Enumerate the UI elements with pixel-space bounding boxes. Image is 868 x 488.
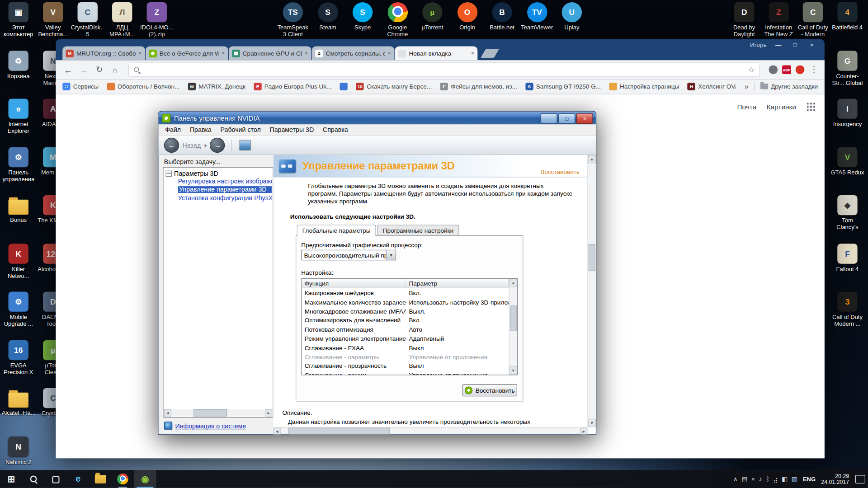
desktop-icon[interactable]: TSTeamSpeak 3 Client xyxy=(276,2,310,38)
tray-app-icon[interactable]: ▤ xyxy=(741,475,747,483)
desktop-icon[interactable]: 16EVGA Precision X 16 xyxy=(2,340,35,375)
window-minimize-button[interactable]: — xyxy=(541,113,557,124)
desktop-icon[interactable]: KKiller Netwo... xyxy=(2,244,35,279)
desktop-icon[interactable]: µµTorrent xyxy=(415,2,449,31)
forward-button[interactable]: → xyxy=(77,65,90,75)
table-row[interactable]: Сглаживание - режимУправление от приложе… xyxy=(302,371,509,375)
tab-close-icon[interactable]: × xyxy=(138,50,142,56)
desktop-icon[interactable]: OOrigin xyxy=(450,2,484,31)
table-row[interactable]: Кэширование шейдеровВкл. xyxy=(302,288,509,297)
desktop-icon[interactable]: SSteam xyxy=(311,2,344,31)
desktop-icon[interactable]: GCounter-Str... Global Offe... xyxy=(830,51,864,86)
gpu-select[interactable]: Высокопроизводительный процессо ▾ xyxy=(301,250,396,260)
desktop-icon[interactable]: FFallout 4 xyxy=(830,244,864,272)
table-row[interactable]: Сглаживание - параметрыУправление от при… xyxy=(302,352,509,361)
tree-expander-icon[interactable] xyxy=(165,170,172,177)
desktop-icon[interactable]: ZInfestation The New Z xyxy=(762,2,795,38)
desktop-icon[interactable]: VValley Benchma... xyxy=(36,2,70,38)
desktop-icon[interactable]: Bonus xyxy=(2,195,35,223)
desktop-icon[interactable]: 4Battlefield 4 xyxy=(830,2,864,31)
tree-item[interactable]: Установка конфигурации PhysX xyxy=(165,193,272,202)
tree-horizontal-scrollbar[interactable]: ◄ ► xyxy=(164,409,272,417)
browser-tab[interactable]: ◉Всё о GeForce для Wind...× xyxy=(146,46,228,60)
bluetooth-icon[interactable]: ᛒ xyxy=(766,476,769,483)
window-maximize-button[interactable]: □ xyxy=(558,113,575,124)
scroll-right-icon[interactable]: ► xyxy=(265,409,272,417)
table-row[interactable]: Максимальное количество заранее под...Ис… xyxy=(302,297,509,306)
adblock-plus-icon[interactable]: ABP xyxy=(782,65,791,74)
browser-tab[interactable]: ▦Сравнение GPU и CPU ...× xyxy=(229,46,311,60)
desktop-icon[interactable]: ♻Корзина xyxy=(2,51,35,79)
menu-item[interactable]: Правка xyxy=(185,127,216,133)
monitor-tray-icon[interactable]: ▥ xyxy=(792,475,797,483)
back-button[interactable]: ← xyxy=(164,138,179,153)
bookmark-item[interactable]: EРадио Europa Plus Uk... xyxy=(254,83,331,90)
desktop-icon[interactable]: SSkype xyxy=(346,2,379,31)
table-row[interactable]: Многокадровое сглаживание (MFAA)Выкл. xyxy=(302,306,509,315)
bookmark-item[interactable]: HХеллсинг OVA / Hells... xyxy=(688,83,736,90)
hidden-icons-chevron-icon[interactable]: ∧ xyxy=(733,475,738,483)
desktop-icon[interactable]: ZIDOL4-MO... (2).zip xyxy=(140,2,174,38)
scrollbar-thumb[interactable] xyxy=(193,409,227,417)
taskbar-edge-button[interactable]: e xyxy=(67,470,89,488)
toolbar-picture-icon[interactable] xyxy=(239,140,251,150)
taskbar-explorer-button[interactable] xyxy=(89,470,111,488)
utorrent-tray-icon[interactable]: × xyxy=(751,476,755,483)
home-button[interactable]: ⌂ xyxy=(108,65,122,75)
scroll-up-icon[interactable]: ▲ xyxy=(588,155,596,164)
history-dropdown-icon[interactable]: ▾ xyxy=(204,142,207,148)
table-row[interactable]: Режим управления электропитаниемАдаптивн… xyxy=(302,334,509,343)
desktop-icon[interactable]: 3Call of Duty Modern ... xyxy=(830,291,864,327)
menu-item[interactable]: Файл xyxy=(160,127,185,133)
tree-item[interactable]: Регулировка настроек изображения с пр xyxy=(165,177,272,185)
content-horizontal-scrollbar[interactable]: ◄ ► xyxy=(274,427,588,434)
bookmark-star-icon[interactable]: ☆ xyxy=(748,66,755,74)
extension-red-icon[interactable] xyxy=(796,65,805,74)
desktop-icon[interactable]: ⚙Mobile Upgrade ... xyxy=(2,291,35,327)
audio-tray-icon[interactable]: ♪ xyxy=(759,476,762,483)
battery-icon[interactable]: ◧ xyxy=(782,475,788,483)
google-apps-icon[interactable] xyxy=(806,102,816,112)
browser-profile-name[interactable]: Игорь xyxy=(750,41,767,48)
tree-root[interactable]: Параметры 3D xyxy=(165,170,272,177)
scroll-down-icon[interactable]: ▼ xyxy=(509,366,517,375)
browser-tab[interactable]: ZСмотреть сериалы, фил...× xyxy=(312,46,395,60)
scrollbar-thumb[interactable] xyxy=(510,305,517,331)
reload-button[interactable]: ↻ xyxy=(93,65,106,75)
bookmark-item[interactable]: Оборотень / Волчон... xyxy=(107,83,179,90)
back-button[interactable]: ← xyxy=(61,65,75,75)
gmail-link[interactable]: Почта xyxy=(737,103,756,111)
browser-tab[interactable]: MMRUTOr.org :: Свободн...× xyxy=(62,46,145,60)
action-center-icon[interactable] xyxy=(855,475,865,483)
window-maximize-button[interactable]: □ xyxy=(787,40,803,50)
system-info-link[interactable]: Информация о системе xyxy=(175,422,246,429)
new-tab-button[interactable] xyxy=(481,49,499,58)
browser-menu-icon[interactable]: ⋮ xyxy=(809,65,819,75)
bookmark-item[interactable]: FФейсы для мемов, из... xyxy=(440,83,517,90)
restore-button[interactable]: Восстановить xyxy=(462,384,517,396)
bookmark-item[interactable]: 10Скачать мангу Берсе... xyxy=(356,83,432,90)
images-link[interactable]: Картинки xyxy=(767,103,796,111)
scroll-down-icon[interactable]: ▼ xyxy=(588,419,596,427)
select-dropdown-icon[interactable]: ▾ xyxy=(386,250,396,260)
scroll-left-icon[interactable]: ◄ xyxy=(164,409,171,417)
desktop-icon[interactable]: ◆Tom Clancy's Rainbow Si... xyxy=(830,195,864,231)
desktop-icon[interactable]: ▣Этот компьютер xyxy=(2,2,35,38)
browser-tab[interactable]: Новая вкладка× xyxy=(395,46,478,60)
desktop-icon[interactable]: Google Chrome xyxy=(381,2,414,38)
address-bar[interactable]: ☆ xyxy=(128,62,760,77)
desktop-icon[interactable]: UUplay xyxy=(555,2,589,31)
taskbar-chrome-button[interactable] xyxy=(112,470,134,488)
desktop-icon[interactable]: DDead by Daylight xyxy=(727,2,761,38)
table-row[interactable]: Потоковая оптимизацияАвто xyxy=(302,325,509,334)
desktop-icon[interactable]: ⚙Панель управления xyxy=(2,147,35,182)
table-row[interactable]: Оптимизировать для вычисленийВкл. xyxy=(302,316,509,325)
bookmark-item[interactable]: Настройка страницы xyxy=(609,83,679,90)
taskbar-search-button[interactable] xyxy=(22,470,44,488)
tab-program-settings[interactable]: Программные настройки xyxy=(377,225,459,236)
table-row[interactable]: Сглаживание - FXAAВыкл xyxy=(302,343,509,352)
desktop-icon[interactable]: NNahimic 2 xyxy=(2,436,35,465)
table-row[interactable]: Сглаживание - прозрачностьВыкл xyxy=(302,361,509,371)
bookmark-item[interactable] xyxy=(340,83,348,90)
desktop-icon[interactable]: VGTA5 Redux xyxy=(830,147,864,175)
